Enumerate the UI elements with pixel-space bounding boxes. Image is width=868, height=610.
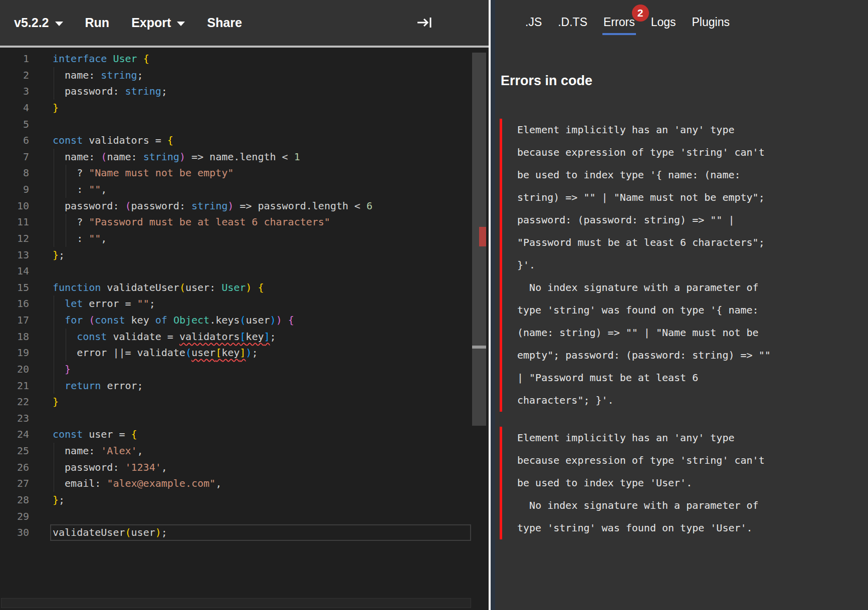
code-text: email: "alex@example.com", (53, 475, 222, 492)
line-number: 30 (0, 524, 29, 541)
code-line: 8 ? "Name must not be empty" (0, 165, 489, 181)
code-text: const validators = { (53, 132, 173, 149)
code-line: 6const validators = { (0, 132, 489, 149)
tab-js[interactable]: .JS (524, 13, 543, 35)
tab-logs[interactable]: Logs (650, 13, 677, 35)
typescript-playground: { "toolbar": { "version": "v5.2.2", "run… (0, 0, 868, 610)
indent-guide (66, 181, 66, 198)
code-text: validateUser(user); (53, 524, 167, 541)
code-text: const validate = validators[key]; (53, 329, 276, 345)
tab-plugins[interactable]: Plugins (691, 13, 731, 35)
indent-guide (54, 295, 54, 312)
code-line: 27 email: "alex@example.com", (0, 475, 489, 492)
line-number: 18 (0, 329, 29, 345)
indent-guide (54, 378, 54, 394)
chevron-down-icon (177, 22, 185, 26)
code-line: 30validateUser(user); (0, 524, 489, 541)
scrollbar-cursor-marker (472, 346, 486, 349)
line-number: 4 (0, 100, 29, 116)
line-number: 10 (0, 198, 29, 214)
code-line: 28}; (0, 492, 489, 508)
code-line: 14 (0, 263, 489, 279)
code-text: } (53, 100, 59, 116)
indent-guide (54, 149, 54, 165)
indent-guide (54, 459, 54, 476)
code-text: name: 'Alex', (53, 443, 143, 459)
line-number: 25 (0, 443, 29, 459)
version-menu[interactable]: v5.2.2 (14, 16, 63, 30)
code-line: 18 const validate = validators[key]; (0, 329, 489, 345)
export-menu[interactable]: Export (131, 16, 185, 30)
code-text: for (const key of Object.keys(user)) { (53, 312, 294, 329)
code-line: 2 name: string; (0, 67, 489, 84)
horizontal-scrollbar[interactable] (1, 598, 471, 608)
indent-guide (66, 345, 66, 361)
arrow-to-bar-icon (416, 15, 433, 30)
line-number: 12 (0, 230, 29, 247)
scrollbar-error-marker[interactable] (479, 227, 486, 246)
indent-guide (66, 230, 66, 247)
code-line: 15function validateUser(user: User) { (0, 279, 489, 296)
indent-guide (54, 312, 54, 329)
errors-panel-heading: Errors in code (501, 73, 592, 89)
code-line: 11 ? "Password must be at least 6 charac… (0, 214, 489, 230)
line-number: 16 (0, 295, 29, 312)
editor-pane: v5.2.2 Run Export Share 1interface User … (0, 0, 489, 610)
code-text: name: (name: string) => name.length < 1 (53, 149, 300, 165)
line-number: 19 (0, 345, 29, 361)
code-line: 23 (0, 410, 489, 427)
code-line: 22} (0, 394, 489, 410)
code-line: 29 (0, 508, 489, 525)
collapse-editor-button[interactable] (416, 15, 433, 32)
code-line: 13}; (0, 247, 489, 263)
run-label: Run (85, 16, 110, 30)
pane-splitter-handle[interactable] (491, 0, 495, 610)
code-text: password: string; (53, 83, 167, 100)
line-number: 21 (0, 378, 29, 394)
line-number: 27 (0, 475, 29, 492)
error-message-1: Element implicitly has an 'any' type bec… (500, 119, 818, 412)
code-text: name: string; (53, 67, 143, 84)
indent-guide (54, 83, 54, 100)
line-number: 7 (0, 149, 29, 165)
code-line: 9 : "", (0, 181, 489, 198)
export-label: Export (131, 16, 171, 30)
code-line: 5 (0, 116, 489, 133)
indent-guide (54, 361, 54, 378)
line-number: 5 (0, 116, 29, 133)
share-button[interactable]: Share (207, 16, 242, 30)
code-line: 7 name: (name: string) => name.length < … (0, 149, 489, 165)
tab-dts[interactable]: .D.TS (557, 13, 588, 35)
code-editor[interactable]: 1interface User {2 name: string;3 passwo… (0, 48, 489, 610)
sidebar-tabs: .JS.D.TSErrors2LogsPlugins (495, 0, 731, 48)
code-line: 19 error ||= validate(user[key]); (0, 345, 489, 361)
errors-count-badge: 2 (632, 5, 649, 22)
code-text: function validateUser(user: User) { (53, 279, 264, 296)
tab-errors[interactable]: Errors2 (602, 13, 636, 35)
code-text: interface User { (53, 51, 149, 67)
code-line: 4} (0, 100, 489, 116)
line-number: 17 (0, 312, 29, 329)
line-number: 20 (0, 361, 29, 378)
indent-guide (54, 214, 54, 230)
line-number: 23 (0, 410, 29, 427)
error-message-2: Element implicitly has an 'any' type bec… (500, 427, 818, 539)
code-text: } (53, 394, 59, 410)
sidebar-pane: .JS.D.TSErrors2LogsPlugins Errors in cod… (495, 0, 868, 610)
indent-guide (54, 345, 54, 361)
line-number: 11 (0, 214, 29, 230)
code-line: 16 let error = ""; (0, 295, 489, 312)
line-number: 14 (0, 263, 29, 279)
code-line: 26 password: '1234', (0, 459, 489, 476)
code-text: return error; (53, 378, 143, 394)
editor-toolbar: v5.2.2 Run Export Share (0, 0, 489, 48)
code-text: }; (53, 492, 65, 508)
indent-guide (54, 475, 54, 492)
indent-guide (66, 329, 66, 345)
code-line: 21 return error; (0, 378, 489, 394)
indent-guide (54, 181, 54, 198)
indent-guide (54, 165, 54, 181)
code-line: 20 } (0, 361, 489, 378)
run-button[interactable]: Run (85, 16, 110, 30)
code-text: password: '1234', (53, 459, 167, 476)
